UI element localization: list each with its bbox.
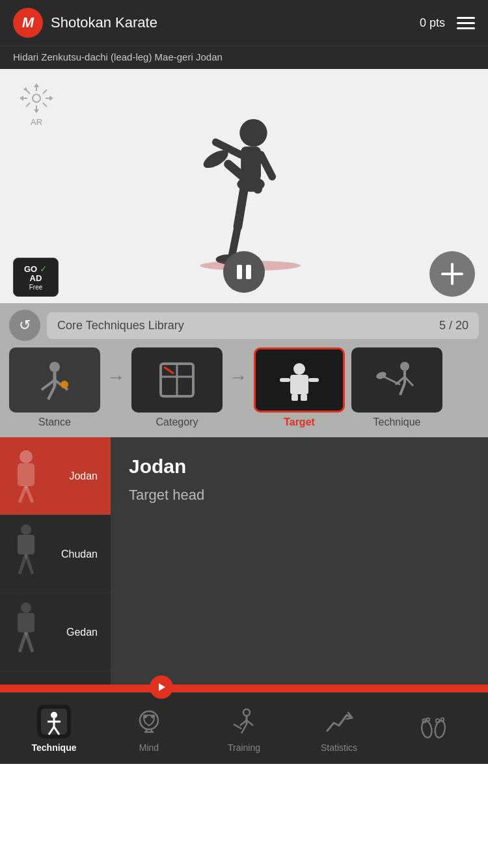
jodan-image xyxy=(0,437,52,515)
target-detail: Jodan Target head xyxy=(111,437,488,685)
svg-point-88 xyxy=(441,718,444,721)
chudan-label: Chudan xyxy=(61,549,98,560)
main-content: Jodan Chudan xyxy=(0,437,488,685)
category-card[interactable] xyxy=(131,347,223,413)
svg-point-34 xyxy=(61,381,68,388)
svg-point-45 xyxy=(400,362,409,371)
svg-line-11 xyxy=(43,90,47,94)
gedan-label: Gedan xyxy=(66,627,98,638)
target-gedan[interactable]: Gedan xyxy=(0,593,111,671)
svg-rect-41 xyxy=(280,378,290,382)
arrow-2: → xyxy=(229,347,247,388)
library-title: Core Techniques Library xyxy=(57,319,184,332)
training-nav-label: Training xyxy=(228,742,260,753)
svg-line-58 xyxy=(20,554,26,574)
svg-point-72 xyxy=(143,714,147,718)
svg-point-52 xyxy=(20,450,33,463)
svg-point-29 xyxy=(49,362,60,372)
points-display: 0 pts xyxy=(420,16,445,30)
svg-line-12 xyxy=(26,103,30,107)
header: M Shotokan Karate 0 pts xyxy=(0,0,488,46)
svg-point-86 xyxy=(434,720,446,738)
technique-label: Technique xyxy=(373,416,421,428)
svg-marker-64 xyxy=(159,683,165,691)
karate-figure xyxy=(179,102,309,271)
svg-point-14 xyxy=(239,119,267,146)
svg-point-87 xyxy=(436,718,440,722)
hamburger-menu[interactable] xyxy=(457,17,475,29)
nav-feet[interactable] xyxy=(392,710,476,748)
feet-nav-icon xyxy=(417,710,451,744)
svg-line-49 xyxy=(400,383,405,395)
nav-statistics[interactable]: Statistics xyxy=(297,705,381,753)
refresh-button[interactable]: ↺ xyxy=(9,310,40,341)
library-header: ↺ Core Techniques Library 5 / 20 xyxy=(9,310,479,341)
chudan-image xyxy=(0,515,52,593)
go-ad-button[interactable]: GO ✓ AD Free xyxy=(13,258,59,297)
svg-line-13 xyxy=(43,103,47,107)
header-left: M Shotokan Karate xyxy=(13,8,157,38)
play-pause-button[interactable] xyxy=(223,251,265,293)
technique-nav-label: Technique xyxy=(32,742,77,753)
target-jodan[interactable]: Jodan xyxy=(0,437,111,515)
library-title-area: Core Techniques Library 5 / 20 xyxy=(47,312,479,339)
svg-point-73 xyxy=(151,714,155,718)
svg-rect-44 xyxy=(301,394,307,401)
ar-button[interactable]: AR xyxy=(18,82,55,127)
svg-line-55 xyxy=(26,486,33,502)
svg-rect-40 xyxy=(290,375,308,394)
target-card-wrapper: Target xyxy=(254,347,345,428)
ar-label: AR xyxy=(31,117,42,127)
svg-rect-61 xyxy=(18,613,34,632)
target-chudan[interactable]: Chudan xyxy=(0,515,111,593)
target-name: Jodan xyxy=(129,455,470,478)
svg-marker-4 xyxy=(34,109,39,113)
bottom-nav: Technique Mind xyxy=(0,692,488,764)
target-card[interactable] xyxy=(254,347,345,413)
svg-point-83 xyxy=(420,720,433,738)
svg-marker-8 xyxy=(49,96,53,101)
svg-point-0 xyxy=(33,94,40,102)
target-list: Jodan Chudan xyxy=(0,437,111,685)
nav-training[interactable]: Training xyxy=(202,705,286,753)
add-button[interactable] xyxy=(429,251,475,297)
stance-label: Stance xyxy=(38,416,71,428)
nav-mind[interactable]: Mind xyxy=(107,705,191,753)
svg-rect-26 xyxy=(246,265,251,279)
mind-nav-icon xyxy=(132,705,166,739)
arrow-1: → xyxy=(107,347,125,388)
svg-point-51 xyxy=(375,371,387,381)
gedan-image xyxy=(0,593,52,671)
library-count: 5 / 20 xyxy=(439,319,468,332)
subtitle-bar: Hidari Zenkutsu-dachi (lead-leg) Mae-ger… xyxy=(0,46,488,69)
svg-point-71 xyxy=(140,711,158,729)
svg-point-56 xyxy=(21,524,31,535)
technique-card-wrapper: Technique xyxy=(351,347,442,428)
category-label: Category xyxy=(156,416,198,428)
svg-line-19 xyxy=(237,189,244,227)
svg-point-85 xyxy=(426,718,429,721)
svg-rect-53 xyxy=(18,463,34,486)
svg-rect-42 xyxy=(308,378,319,382)
statistics-nav-icon xyxy=(322,705,356,739)
ar-icon xyxy=(18,82,55,115)
app-logo: M xyxy=(13,8,43,38)
category-card-wrapper: Category xyxy=(131,347,223,428)
ad-free: Free xyxy=(29,284,43,291)
progress-play-button[interactable] xyxy=(150,675,173,699)
svg-marker-2 xyxy=(34,83,39,87)
svg-rect-43 xyxy=(291,394,298,401)
jodan-label: Jodan xyxy=(69,470,98,482)
target-label: Target xyxy=(284,416,315,428)
svg-line-62 xyxy=(20,632,26,652)
technique-nav-icon xyxy=(37,705,71,739)
statistics-nav-label: Statistics xyxy=(321,742,357,753)
svg-point-39 xyxy=(293,363,305,375)
nav-technique[interactable]: Technique xyxy=(12,705,96,753)
stance-card[interactable] xyxy=(9,347,100,413)
progress-bar[interactable] xyxy=(0,685,488,692)
svg-line-38 xyxy=(164,367,174,373)
ad-line2: AD xyxy=(30,274,42,282)
technique-card[interactable] xyxy=(351,347,442,413)
target-description: Target head xyxy=(129,487,470,504)
